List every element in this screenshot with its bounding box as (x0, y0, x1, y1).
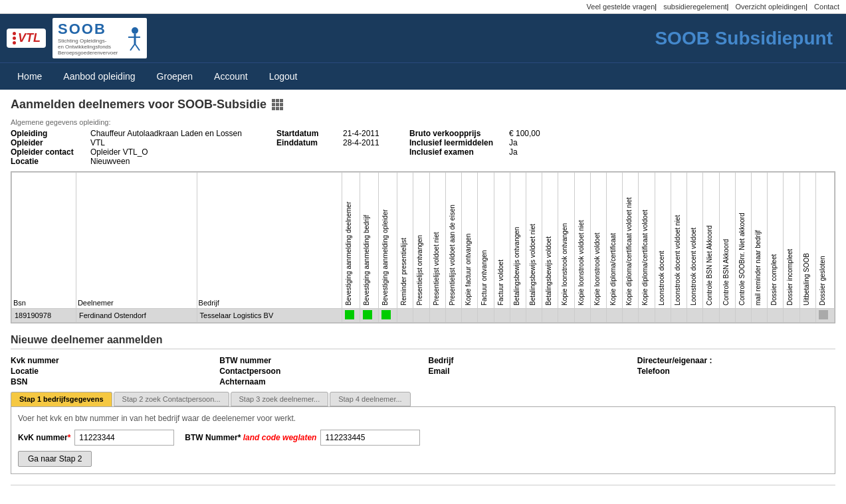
th-kopie-loonstrook-niet: Kopie loonstrook voldoet niet (574, 173, 590, 309)
label-telefoon: Telefoon (637, 367, 835, 376)
leermiddelen-val: Ja (509, 138, 835, 147)
cell-status-30 (815, 309, 834, 323)
cell-status-7 (445, 309, 461, 323)
kvk-input[interactable] (74, 430, 174, 446)
th-betalingsbewijs-niet: Betalingsbewijs voldoet niet (526, 173, 542, 309)
startdatum-key: Startdatum (276, 129, 343, 138)
main-nav: Home Aanbod opleiding Groepen Account Lo… (0, 62, 846, 90)
logo-area: VTL SOOB Stichting Opleidings-en Ontwikk… (7, 18, 147, 58)
cell-status-22 (687, 309, 703, 323)
page-title: Aanmelden deelnemers voor SOOB-Subsidie (11, 98, 835, 112)
label-kvk: Kvk nummer (11, 356, 209, 365)
th-dossier-gesloten: Dossier gesloten (815, 173, 834, 309)
th-betalingsbewijs-voldoet: Betalingsbewijs voldoet (542, 173, 558, 309)
cell-status-4 (397, 309, 413, 323)
cell-status-16 (590, 309, 606, 323)
cell-status-21 (671, 309, 687, 323)
nav-account[interactable]: Account (203, 63, 259, 90)
step1-button-row: Ga naar Stap 2 (18, 451, 828, 467)
th-soob-niet: Controle SOOBnr. Niet akkoord (735, 173, 751, 309)
tab-step3[interactable]: Stap 3 zoek deelnemer... (231, 392, 329, 406)
vtl-logo: VTL (7, 29, 46, 48)
cell-status-2 (360, 309, 379, 323)
cell-company: Tesselaar Logistics BV (197, 309, 342, 323)
btw-group: BTW Nummer* land code weglaten (185, 430, 420, 446)
nav-logout[interactable]: Logout (259, 63, 308, 90)
cell-name: Ferdinand Ostendorf (76, 309, 197, 323)
btw-label: BTW Nummer* land code weglaten (185, 433, 316, 442)
training-info-table: Opleiding Chauffeur Autolaadkraan Laden … (11, 129, 835, 166)
contact-link[interactable]: Contact (814, 3, 839, 11)
th-mail-reminder: mail reminder naar bedrijf (752, 173, 768, 309)
cell-status-20 (655, 309, 671, 323)
cell-status-13 (542, 309, 558, 323)
label-bsn: BSN (11, 377, 209, 386)
th-factuur-voldoet: Factuur voldoet (494, 173, 510, 309)
bruto-val: € 100,00 (509, 129, 835, 138)
cell-status-10 (494, 309, 510, 323)
tab-content-step1: Voer het kvk en btw nummer in van het be… (11, 406, 835, 474)
cell-status-27 (768, 309, 784, 323)
tab-step1[interactable]: Stap 1 bedrijfsgegevens (11, 392, 112, 406)
cell-status-19 (639, 309, 655, 323)
participants-table-container: Bsn Deelnemer Bedrijf Bevestiging aanmel… (11, 171, 835, 323)
goto-step2-button[interactable]: Ga naar Stap 2 (18, 451, 92, 467)
cell-status-29 (799, 309, 815, 323)
cell-status-26 (752, 309, 768, 323)
cell-status-3 (379, 309, 397, 323)
btw-hint: land code weglaten (243, 433, 317, 442)
label-bedrijf: Bedrijf (429, 356, 627, 365)
contact-val: Opleider VTL_O (90, 147, 276, 157)
nav-home[interactable]: Home (7, 63, 53, 90)
cell-status-8 (462, 309, 478, 323)
label-contactpersoon: Contactpersoon (219, 367, 417, 376)
svg-line-3 (130, 44, 135, 50)
faq-link[interactable]: Veel gestelde vragen (587, 3, 655, 11)
nav-groepen[interactable]: Groepen (146, 63, 203, 90)
form-fields-grid: Kvk nummer BTW nummer Bedrijf Directeur/… (11, 356, 835, 386)
cell-status-18 (623, 309, 639, 323)
examen-val: Ja (509, 147, 835, 157)
th-bsn: Bsn (12, 173, 76, 309)
grid-icon (272, 99, 283, 110)
tab-step2[interactable]: Stap 2 zoek Contactpersoon... (114, 392, 229, 406)
subsidie-link[interactable]: subsidieregelement (663, 3, 726, 11)
main-content: Aanmelden deelnemers voor SOOB-Subsidie … (0, 90, 846, 504)
th-bevestiging-deelnemer: Bevestiging aanmelding deelnemer (342, 173, 360, 309)
examen-key: Inclusief examen (409, 147, 509, 157)
th-reminder: Reminder presentielijst (397, 173, 413, 309)
th-dossier-incompleet: Dossier incompleet (784, 173, 799, 309)
th-betalingsbewijs-ontvangen: Betalingsbewijs ontvangen (510, 173, 526, 309)
page-title-text: Aanmelden deelnemers voor SOOB-Subsidie (11, 98, 266, 112)
startdatum-val: 21-4-2011 (343, 129, 409, 138)
th-presentielijst-ontvangen: Presentielijst ontvangen (413, 173, 429, 309)
info-section-label: Algemene gegevens opleiding: (11, 118, 835, 126)
th-kopie-factuur: Kopie factuur ontvangen (462, 173, 478, 309)
th-kopie-loonstrook-ontvangen: Kopie loonstrook ontvangen (558, 173, 574, 309)
cell-status-6 (429, 309, 445, 323)
th-factuur-ontvangen: Factuur ontvangen (478, 173, 494, 309)
th-bevestiging-opleider: Bevestiging aanmelding opleider (379, 173, 397, 309)
opleider-key: Opleider (11, 138, 90, 147)
locatie-key: Locatie (11, 157, 90, 166)
locatie-val: Nieuwveen (90, 157, 276, 166)
header-title: SOOB Subsidiepunt (655, 28, 833, 49)
label-achternaam: Achternaam (219, 377, 417, 386)
cell-status-23 (703, 309, 719, 323)
label-email: Email (429, 367, 627, 376)
nav-aanbod[interactable]: Aanbod opleiding (53, 63, 146, 90)
tab-step4[interactable]: Stap 4 deelnemer... (330, 392, 410, 406)
kvk-group: KvK nummer* (18, 430, 174, 446)
leermiddelen-key: Inclusief leermiddelen (409, 138, 509, 147)
opleidingen-link[interactable]: Overzicht opleidingen (735, 3, 805, 11)
th-presentielijst-voldoet-niet: Presentielijst voldoet niet (429, 173, 445, 309)
btw-input[interactable] (320, 430, 420, 446)
th-bsn-akkoord: Controle BSN Akkoord (719, 173, 735, 309)
section-divider (11, 485, 835, 485)
participants-table: Bsn Deelnemer Bedrijf Bevestiging aanmel… (11, 172, 835, 323)
th-presentielijst-eisen: Presentielijst voldoet aan de eisen (445, 173, 461, 309)
person-icon (122, 25, 142, 52)
new-participant-section: Nieuwe deelnemer aanmelden Kvk nummer BT… (11, 334, 835, 474)
cell-status-24 (719, 309, 735, 323)
cell-status-12 (526, 309, 542, 323)
